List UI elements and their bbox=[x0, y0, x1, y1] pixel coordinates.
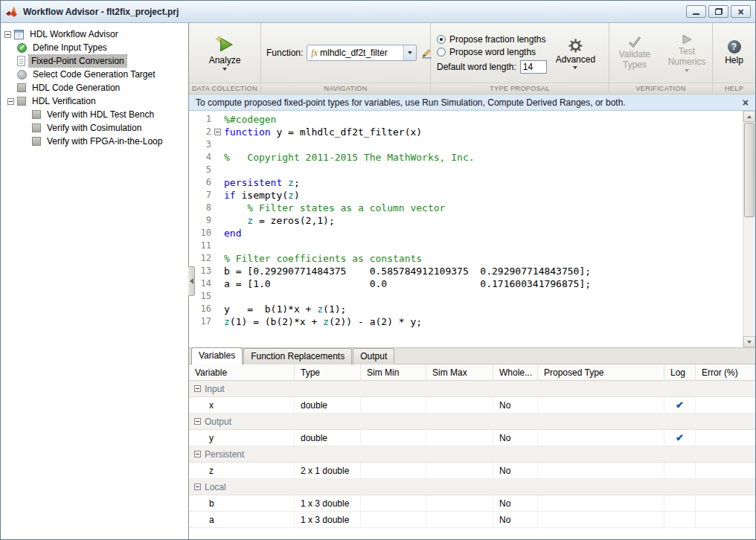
radio-icon bbox=[437, 48, 446, 57]
code-line-1[interactable]: 1%#codegen bbox=[189, 113, 743, 126]
scrollbar-track[interactable] bbox=[743, 122, 755, 336]
line-number: 4 bbox=[189, 151, 211, 164]
code-line-7[interactable]: 7if isempty(z) bbox=[189, 189, 743, 202]
help-button[interactable]: ? Help bbox=[725, 40, 743, 65]
minimize-button[interactable] bbox=[686, 5, 706, 18]
column-header-log[interactable]: Log bbox=[664, 364, 696, 380]
table-row-b[interactable]: b1 x 3 doubleNo bbox=[189, 495, 755, 512]
tree-item-verify-with-cosimulation[interactable]: Verify with Cosimulation bbox=[1, 121, 188, 135]
code-text: %#codegen bbox=[224, 113, 276, 126]
code-line-6[interactable]: 6persistent z; bbox=[189, 176, 743, 189]
group-row-local[interactable]: Local bbox=[189, 479, 755, 495]
code-line-2[interactable]: 2function y = mlhdlc_df2t_filter(x) bbox=[189, 126, 743, 138]
column-header-error[interactable]: Error (%) bbox=[696, 364, 755, 380]
collapse-group-icon[interactable] bbox=[194, 385, 201, 392]
box-icon bbox=[17, 83, 26, 92]
group-label: Persistent bbox=[205, 449, 244, 460]
editor-scrollbar[interactable] bbox=[743, 111, 755, 347]
tree-expander-icon[interactable] bbox=[4, 31, 11, 38]
tree-item-define-input-types[interactable]: Define Input Types bbox=[1, 41, 188, 54]
test-numerics-button[interactable]: Test Numerics bbox=[663, 33, 711, 72]
infobar-close-button[interactable]: × bbox=[743, 97, 749, 108]
table-row-x[interactable]: xdoubleNo✔ bbox=[189, 397, 755, 414]
column-header-type[interactable]: Type bbox=[295, 364, 361, 380]
advanced-button[interactable]: Advanced bbox=[556, 27, 595, 80]
tree-item-label: HDL Workflow Advisor bbox=[28, 28, 121, 40]
code-line-3[interactable]: 3 bbox=[189, 138, 743, 151]
default-word-length-input[interactable] bbox=[520, 60, 547, 74]
group-row-persistent[interactable]: Persistent bbox=[189, 446, 755, 463]
code-line-17[interactable]: 17z(1) = (b(2)*x + z(2)) - a(2) * y; bbox=[189, 315, 743, 328]
whole-number-cell: No bbox=[493, 430, 538, 446]
code-line-14[interactable]: 14a = [1.0 0.0 0.171600341796875]; bbox=[189, 277, 743, 290]
code-line-16[interactable]: 16y = b(1)*x + z(1); bbox=[189, 303, 743, 315]
propose-fraction-lengths-radio[interactable]: Propose fraction lengths bbox=[437, 34, 547, 45]
function-dropdown[interactable]: fx mlhdlc_df2t_filter bbox=[307, 45, 417, 61]
code-editor: 1%#codegen2function y = mlhdlc_df2t_filt… bbox=[189, 111, 755, 347]
tree-item-hdl-code-generation[interactable]: HDL Code Generation bbox=[1, 81, 188, 94]
help-label: Help bbox=[725, 55, 743, 65]
code-line-10[interactable]: 10end bbox=[189, 227, 743, 240]
tree-item-verify-with-fpga-in-the-loop[interactable]: Verify with FPGA-in-the-Loop bbox=[1, 135, 188, 148]
code-line-13[interactable]: 13b = [0.29290771484375 0.58578491210937… bbox=[189, 265, 743, 277]
column-header-variable[interactable]: Variable bbox=[189, 364, 295, 380]
close-button[interactable]: × bbox=[731, 5, 751, 18]
tree-item-hdl-verification[interactable]: HDL Verification bbox=[1, 94, 188, 108]
column-header-sim-min[interactable]: Sim Min bbox=[361, 364, 426, 380]
log-cell[interactable]: ✔ bbox=[664, 430, 696, 446]
tree-item-verify-with-hdl-test-bench[interactable]: Verify with HDL Test Bench bbox=[1, 108, 188, 121]
tree-item-hdl-workflow-advisor[interactable]: HDL Workflow Advisor bbox=[1, 28, 188, 41]
column-header-whole[interactable]: Whole... bbox=[493, 364, 538, 380]
tab-variables[interactable]: Variables bbox=[191, 347, 243, 364]
tree-item-select-code-generation-target[interactable]: Select Code Generation Target bbox=[1, 68, 188, 81]
default-word-length-label: Default word length: bbox=[437, 62, 516, 72]
collapse-group-icon[interactable] bbox=[194, 451, 201, 457]
code-line-4[interactable]: 4% Copyright 2011-2015 The MathWorks, In… bbox=[189, 151, 743, 164]
column-header-sim-max[interactable]: Sim Max bbox=[426, 364, 493, 380]
sim-min-cell bbox=[361, 430, 426, 446]
log-cell[interactable]: ✔ bbox=[664, 397, 696, 413]
scrollbar-up-arrow[interactable] bbox=[743, 111, 755, 122]
sim-min-cell bbox=[361, 512, 426, 527]
code-lines[interactable]: 1%#codegen2function y = mlhdlc_df2t_filt… bbox=[189, 111, 743, 347]
code-text: if isempty(z) bbox=[224, 189, 300, 202]
column-header-proposed-type[interactable]: Proposed Type bbox=[538, 364, 664, 380]
restore-button[interactable] bbox=[708, 5, 728, 18]
code-line-12[interactable]: 12% Filter coefficients as constants bbox=[189, 252, 743, 265]
minus-icon bbox=[214, 129, 221, 135]
table-row-a[interactable]: a1 x 3 doubleNo bbox=[189, 512, 755, 528]
sim-min-cell bbox=[361, 397, 426, 413]
sidebar-collapse-handle[interactable] bbox=[188, 266, 195, 296]
tree-item-fixed-point-conversion[interactable]: Fixed-Point Conversion bbox=[1, 54, 188, 68]
validate-check-icon bbox=[627, 35, 642, 48]
scrollbar-down-arrow[interactable] bbox=[743, 336, 755, 347]
propose-word-lengths-radio[interactable]: Propose word lengths bbox=[437, 47, 547, 57]
code-fold-icon[interactable] bbox=[211, 126, 224, 138]
log-checkmark-icon: ✔ bbox=[676, 432, 684, 443]
code-text: y = b(1)*x + z(1); bbox=[224, 303, 346, 315]
scrollbar-thumb[interactable] bbox=[744, 123, 755, 217]
log-cell[interactable] bbox=[664, 463, 696, 478]
fold-spacer bbox=[211, 202, 224, 214]
code-line-8[interactable]: 8 % Filter states as a column vector bbox=[189, 202, 743, 214]
group-row-output[interactable]: Output bbox=[189, 414, 755, 430]
validate-types-button[interactable]: Validate Types bbox=[611, 35, 659, 71]
collapse-group-icon[interactable] bbox=[194, 418, 201, 425]
code-line-11[interactable]: 11 bbox=[189, 240, 743, 252]
tab-output[interactable]: Output bbox=[353, 348, 394, 364]
table-row-z[interactable]: z2 x 1 doubleNo bbox=[189, 463, 755, 479]
code-line-15[interactable]: 15 bbox=[189, 290, 743, 303]
log-cell[interactable] bbox=[664, 512, 696, 527]
group-row-input[interactable]: Input bbox=[189, 381, 755, 397]
fold-spacer bbox=[211, 189, 224, 202]
log-cell[interactable] bbox=[664, 495, 696, 511]
code-line-9[interactable]: 9 z = zeros(2,1); bbox=[189, 214, 743, 227]
fold-spacer bbox=[211, 214, 224, 227]
page-icon bbox=[17, 56, 25, 66]
tab-function-replacements[interactable]: Function Replacements bbox=[243, 348, 352, 364]
table-row-y[interactable]: ydoubleNo✔ bbox=[189, 430, 755, 446]
code-line-5[interactable]: 5 bbox=[189, 164, 743, 176]
tree-expander-icon[interactable] bbox=[7, 98, 14, 105]
analyze-button[interactable]: Analyze bbox=[202, 33, 249, 73]
collapse-group-icon[interactable] bbox=[194, 483, 201, 490]
